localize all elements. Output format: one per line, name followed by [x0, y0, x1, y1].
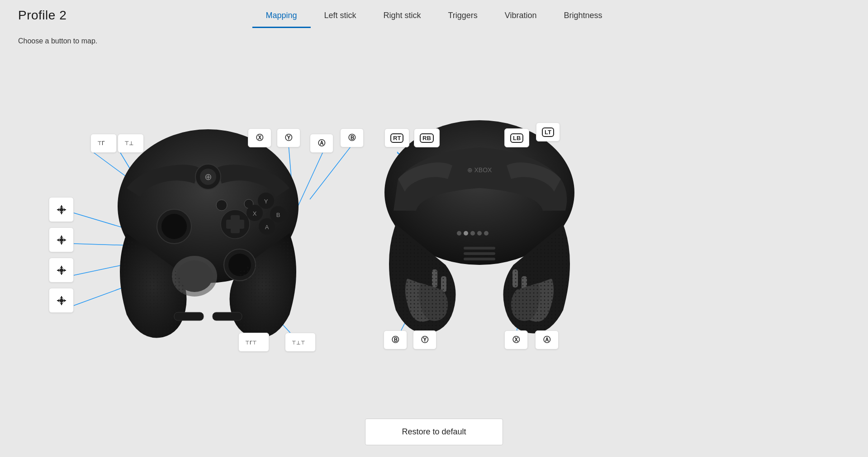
btn-y[interactable]: Ⓨ: [277, 128, 300, 147]
btn-paddle-tl2[interactable]: ⊤⊥: [118, 134, 144, 153]
svg-point-41: [161, 214, 187, 239]
btn-rb-label: RB: [420, 133, 434, 143]
svg-rect-66: [464, 258, 495, 260]
svg-point-26: [60, 208, 63, 211]
btn-y-icon: Ⓨ: [285, 133, 292, 143]
svg-point-74: [470, 231, 475, 236]
btn-back-x[interactable]: Ⓧ: [504, 330, 528, 349]
tab-nav: Mapping Left stick Right stick Triggers …: [252, 3, 616, 28]
btn-x[interactable]: Ⓧ: [248, 128, 271, 147]
btn-x-icon: Ⓧ: [256, 133, 263, 143]
paddle-p2[interactable]: [49, 227, 74, 252]
btn-lb-label: LB: [510, 133, 523, 143]
btn-paddle-tl2-icon: ⊤⊥: [123, 138, 138, 149]
btn-lt-label: LT: [542, 127, 554, 137]
btn-back-y-icon: Ⓨ: [421, 335, 428, 345]
tab-brightness[interactable]: Brightness: [550, 3, 616, 28]
svg-text:⊕ XBOX: ⊕ XBOX: [467, 166, 492, 174]
svg-text:A: A: [265, 224, 269, 231]
restore-button[interactable]: Restore to default: [365, 419, 503, 445]
btn-rt-label: RT: [390, 133, 403, 143]
tab-triggers[interactable]: Triggers: [434, 3, 491, 28]
header: Profile 2 Mapping Left stick Right stick…: [0, 0, 868, 23]
svg-point-47: [216, 200, 227, 211]
btn-bottom-right[interactable]: ⊤⊥⊤: [285, 333, 316, 352]
svg-text:⊤⊥⊤: ⊤⊥⊤: [292, 340, 305, 345]
svg-text:⊤⊥: ⊤⊥: [124, 140, 133, 146]
svg-point-35: [60, 299, 63, 302]
svg-point-72: [457, 231, 461, 236]
svg-text:⊤Γ⊤: ⊤Γ⊤: [245, 340, 257, 345]
left-paddles: [49, 197, 74, 313]
svg-text:X: X: [253, 210, 257, 217]
svg-point-32: [60, 269, 63, 272]
svg-text:⊤Γ: ⊤Γ: [97, 140, 105, 146]
btn-rt[interactable]: RT: [384, 128, 409, 147]
btn-back-y[interactable]: Ⓨ: [413, 330, 436, 349]
svg-rect-65: [464, 252, 495, 255]
btn-b[interactable]: Ⓑ: [340, 128, 364, 147]
controllers-area: ⊕ A B: [0, 52, 868, 405]
btn-rb[interactable]: RB: [414, 128, 440, 147]
btn-back-a-icon: Ⓐ: [543, 335, 550, 345]
tab-right-stick[interactable]: Right stick: [370, 3, 434, 28]
page-title: Profile 2: [18, 8, 66, 23]
svg-point-73: [464, 231, 468, 236]
btn-a-icon: Ⓐ: [318, 139, 325, 148]
svg-rect-46: [226, 220, 244, 229]
page: Profile 2 Mapping Left stick Right stick…: [0, 0, 868, 457]
svg-point-75: [477, 231, 482, 236]
back-controller: ⊕ XBOX: [362, 89, 597, 342]
btn-back-b[interactable]: Ⓑ: [384, 330, 407, 349]
btn-back-b-icon: Ⓑ: [392, 335, 399, 345]
svg-rect-64: [464, 247, 495, 250]
btn-lb[interactable]: LB: [504, 128, 529, 147]
front-controller: ⊕ A B: [90, 89, 326, 342]
paddle-p3[interactable]: [49, 258, 74, 283]
btn-bottom-left[interactable]: ⊤Γ⊤: [238, 333, 269, 352]
btn-lt[interactable]: LT: [536, 122, 560, 141]
tab-vibration[interactable]: Vibration: [491, 3, 550, 28]
svg-text:Y: Y: [264, 198, 268, 205]
tab-left-stick[interactable]: Left stick: [310, 3, 370, 28]
paddle-p1[interactable]: [49, 197, 74, 222]
svg-text:⊕: ⊕: [204, 172, 212, 182]
tab-mapping[interactable]: Mapping: [252, 3, 310, 28]
svg-point-29: [60, 239, 63, 241]
back-controller-svg: ⊕ XBOX: [362, 89, 597, 342]
restore-section: Restore to default: [0, 419, 868, 445]
front-controller-svg: ⊕ A B: [90, 89, 326, 342]
btn-paddle-tl1-icon: ⊤Γ: [96, 138, 111, 149]
btn-back-a[interactable]: Ⓐ: [535, 330, 559, 349]
btn-b-icon: Ⓑ: [348, 133, 356, 143]
paddle-p4[interactable]: [49, 288, 74, 313]
svg-text:B: B: [276, 212, 280, 218]
btn-back-x-icon: Ⓧ: [512, 335, 520, 345]
btn-paddle-tl1[interactable]: ⊤Γ: [90, 134, 117, 153]
svg-point-76: [484, 231, 489, 236]
btn-a[interactable]: Ⓐ: [310, 134, 333, 153]
